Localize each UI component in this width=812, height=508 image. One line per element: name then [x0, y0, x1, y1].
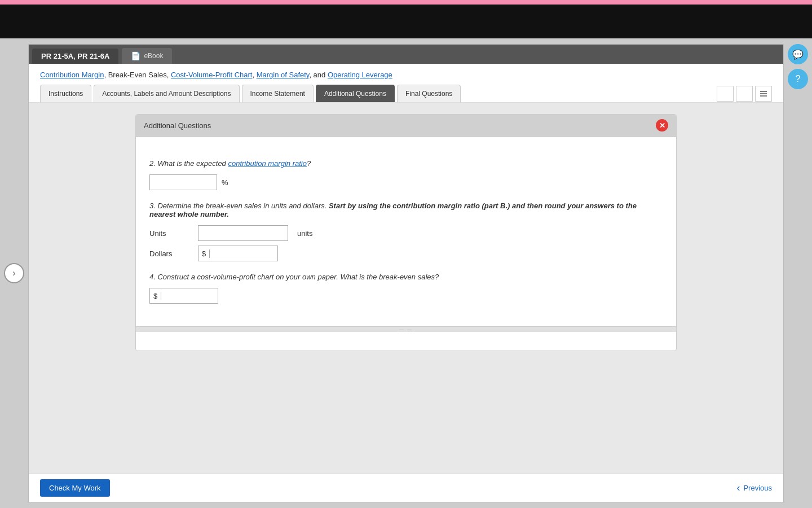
breadcrumb-link-4[interactable]: Operating Leverage	[328, 71, 392, 79]
breadcrumb-sep1: , Break-Even Sales,	[104, 71, 171, 79]
app-header	[0, 5, 812, 38]
tab-final-questions[interactable]: Final Questions	[397, 85, 461, 102]
tab-accounts[interactable]: Accounts, Labels and Amount Descriptions	[94, 85, 239, 102]
icon-box-2[interactable]	[736, 86, 753, 102]
tab-income-statement[interactable]: Income Statement	[242, 85, 314, 102]
question-3-text: 3. Determine the break-even sales in uni…	[149, 202, 663, 218]
q2-percent-label: %	[222, 178, 228, 187]
q3-text1: 3. Determine the break-even sales in uni…	[149, 202, 329, 210]
chat-icon: 💬	[792, 49, 804, 60]
q4-answer-input[interactable]	[161, 288, 218, 303]
question-3: 3. Determine the break-even sales in uni…	[149, 202, 663, 261]
close-panel-button[interactable]: ✕	[656, 119, 668, 132]
resize-handle[interactable]: — —	[136, 326, 676, 332]
icon-box-1[interactable]	[717, 86, 734, 102]
q3-units-label: Units	[149, 229, 189, 238]
question-panel: Additional Questions ✕ 2. What is the ex…	[135, 114, 677, 351]
breadcrumb-link-3[interactable]: Margin of Safety	[257, 71, 310, 79]
panel-title: Additional Questions	[144, 121, 211, 130]
right-sidebar: 💬 ?	[784, 38, 812, 508]
chat-icon-button[interactable]: 💬	[788, 44, 808, 64]
chevron-left-icon: ‹	[736, 482, 740, 494]
breadcrumb-sep2: ,	[252, 71, 256, 79]
q3-dollars-row: Dollars $	[149, 246, 663, 261]
q3-units-input[interactable]	[198, 225, 288, 241]
question-4: 4. Construct a cost-volume-profit chart …	[149, 273, 663, 304]
q2-percentage-input[interactable]	[149, 174, 217, 190]
tab-ebook-label: eBook	[144, 52, 163, 60]
top-bar	[0, 0, 812, 5]
q3-dollars-label: Dollars	[149, 249, 189, 258]
tab-header: PR 21-5A, PR 21-6A 📄 eBook	[29, 45, 783, 64]
q2-text-after: ?	[307, 159, 311, 168]
q2-input-row: %	[149, 174, 663, 190]
tab-pr[interactable]: PR 21-5A, PR 21-6A	[32, 49, 118, 64]
panel-body: 2. What is the expected contribution mar…	[136, 137, 676, 326]
previous-button[interactable]: ‹ Previous	[736, 482, 772, 494]
tab-additional-questions[interactable]: Additional Questions	[316, 85, 395, 102]
breadcrumb: Contribution Margin, Break-Even Sales, C…	[29, 64, 783, 79]
q3-dollars-input-wrapper: $	[198, 246, 278, 261]
question-2: 2. What is the expected contribution mar…	[149, 159, 663, 190]
q3-dollar-sign: $	[198, 249, 210, 258]
next-arrow-button[interactable]: ›	[4, 263, 24, 283]
breadcrumb-link-2[interactable]: Cost-Volume-Profit Chart	[171, 71, 253, 79]
breadcrumb-link-1[interactable]: Contribution Margin	[40, 71, 104, 79]
bottom-action-bar: Check My Work ‹ Previous	[29, 474, 783, 502]
question-2-text: 2. What is the expected contribution mar…	[149, 159, 663, 168]
resize-dots-icon: — —	[399, 327, 413, 332]
q2-link[interactable]: contribution margin ratio	[228, 159, 306, 168]
help-icon: ?	[796, 74, 801, 84]
tab-ebook[interactable]: 📄 eBook	[122, 48, 172, 64]
question-4-text: 4. Construct a cost-volume-profit chart …	[149, 273, 663, 281]
panel-header: Additional Questions ✕	[136, 115, 676, 137]
previous-label: Previous	[743, 484, 772, 492]
q2-text-before: 2. What is the expected	[149, 159, 228, 168]
left-sidebar: ›	[0, 38, 28, 508]
content-panel: PR 21-5A, PR 21-6A 📄 eBook Contribution …	[28, 44, 784, 502]
check-work-button[interactable]: Check My Work	[40, 479, 110, 497]
q3-dollars-input[interactable]	[210, 246, 277, 261]
breadcrumb-sep3: , and	[309, 71, 328, 79]
tab-pr-label: PR 21-5A, PR 21-6A	[41, 52, 109, 60]
q4-dollar-sign: $	[150, 292, 161, 300]
help-icon-button[interactable]: ?	[788, 69, 808, 89]
book-icon: 📄	[131, 51, 140, 60]
icon-box-lines[interactable]	[755, 86, 772, 102]
content-body: Additional Questions ✕ 2. What is the ex…	[29, 103, 783, 474]
nav-tabs-bar: Instructions Accounts, Labels and Amount…	[29, 79, 783, 103]
q4-dollar-input-wrapper: $	[149, 288, 218, 304]
q3-table: Units units Dollars $	[149, 225, 663, 261]
lines-icon	[759, 90, 768, 98]
q4-input-row: $	[149, 288, 663, 304]
q3-units-unit: units	[297, 229, 312, 238]
tab-instructions[interactable]: Instructions	[40, 85, 91, 102]
q3-units-row: Units units	[149, 225, 663, 241]
